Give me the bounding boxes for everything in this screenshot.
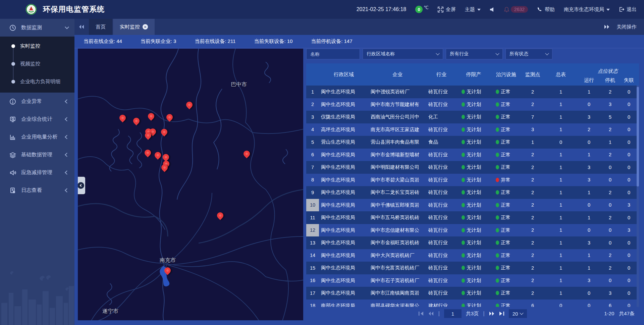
table-row[interactable]: 4高坪生态环境局南充市高坪区王家店建砖瓦行业无计划正常31220 — [306, 123, 639, 136]
table-row[interactable]: 1阆中生态环境局阆中强锐页岩砖厂砖瓦行业无计划正常21120 — [306, 86, 639, 98]
table-row[interactable]: 10阆中生态环境局阆中千佛镇五郎垭页岩砖瓦行业无计划正常21003 — [306, 199, 639, 212]
status-dot — [496, 165, 499, 169]
cell-lost: 3 — [620, 224, 638, 237]
cell-treatment: 正常 — [491, 224, 522, 237]
region-select[interactable]: 行政区域名称 — [363, 49, 443, 59]
cell-limit: 无计划 — [457, 123, 491, 136]
logout-button[interactable]: 退出 — [619, 6, 637, 13]
industry-select[interactable]: 所有行业 — [446, 49, 503, 59]
scrollbar-track[interactable] — [637, 86, 639, 307]
cell-meters: 1 — [544, 186, 578, 199]
industry-select-value: 所有行业 — [450, 51, 469, 57]
table-row[interactable]: 2阆中生态环境局阆中市南方节能建材有砖瓦行业无计划正常21030 — [306, 98, 639, 111]
prev-page-button[interactable] — [428, 311, 434, 316]
table-row[interactable]: 5营山生态环境局营山县润丰肉食品有限食品无计划正常10010 — [306, 136, 639, 149]
map-pin[interactable] — [185, 100, 194, 109]
theme-dropdown[interactable]: 主题 — [465, 6, 481, 13]
cell-treatment: 正常 — [491, 161, 522, 174]
table-row[interactable]: 11阆中生态环境局阆中市五马桥页岩机砖砖瓦行业无计划正常21120 — [306, 211, 639, 224]
sidebar-item-企业用电量分析[interactable]: 企业用电量分析 — [0, 128, 74, 146]
notifications-button[interactable]: 2632 — [504, 6, 528, 13]
tab-close-icon[interactable]: ✕ — [143, 24, 148, 30]
tabs-scroll-left-button[interactable] — [74, 24, 89, 29]
table-row[interactable]: 14阆中生态环境局阆中大兴页岩机砖厂砖瓦行业无计划正常21120 — [306, 249, 639, 262]
next-page-button[interactable] — [489, 311, 495, 316]
table-row[interactable]: 18南部生态环境局南部县砚华水泥有限公建材行业无计划正常60060 — [306, 300, 639, 307]
table-row[interactable]: 12阆中生态环境局阆中市忠信建材有限公砖瓦行业无计划正常21003 — [306, 224, 639, 237]
table-row[interactable]: 17阆中生态环境局阆中市江南镇阆南页岩砖瓦行业无计划正常21030 — [306, 287, 639, 300]
stat-item: 当前停机设备:147 — [311, 38, 352, 45]
table-row[interactable]: 13阆中生态环境局阆中市金福旺页岩机砖砖瓦行业无计划正常21300 — [306, 236, 639, 249]
scrollbar-thumb[interactable] — [637, 87, 639, 186]
sound-button[interactable] — [490, 7, 495, 12]
first-page-button[interactable] — [418, 311, 424, 316]
temperature-value: 0 — [415, 6, 423, 13]
map-pin[interactable] — [160, 127, 169, 137]
table-row[interactable]: 7阆中生态环境局阆中明阳建材有限公司砖瓦行业无计划正常21300 — [306, 161, 639, 174]
sidebar-subitem-实时监控[interactable]: 实时监控 — [0, 37, 74, 55]
cell-limit: 无计划 — [457, 149, 491, 161]
sidebar-subitem-视频监控[interactable]: 视频监控 — [0, 55, 74, 73]
sidebar-subitem-企业电力负荷明细[interactable]: 企业电力负荷明细 — [0, 73, 74, 91]
map-pin[interactable] — [163, 266, 172, 275]
table-row[interactable]: 3仪陇生态环境局西南油气田分公司川中化工无计划正常71350 — [306, 111, 639, 123]
row-index: 13 — [306, 236, 319, 249]
cell-region: 阆中生态环境局 — [319, 274, 369, 287]
fullscreen-button[interactable]: 全屏 — [438, 6, 456, 13]
sidebar-item-应急减排管理[interactable]: 应急减排管理 — [0, 164, 74, 181]
cell-meters: 1 — [544, 123, 578, 136]
status-text: 正常 — [501, 227, 511, 233]
map-pin[interactable] — [165, 113, 174, 122]
map-pin[interactable] — [242, 149, 251, 158]
table-row[interactable]: 15阆中生态环境局阆中市光富页岩机砖厂砖瓦行业无计划正常21120 — [306, 262, 639, 274]
close-operation-button[interactable]: 关闭操作 — [616, 24, 637, 30]
table-row[interactable]: 9阆中生态环境局阆中市二龙长宝页岩砖砖瓦行业无计划正常21120 — [306, 186, 639, 199]
cell-industry: 砖瓦行业 — [426, 123, 457, 136]
map-panel[interactable]: 巴中市南充市遂宁市 — [78, 49, 303, 320]
cell-stop: 0 — [600, 161, 620, 174]
cell-meters: 1 — [544, 149, 578, 161]
map-pin[interactable] — [153, 151, 162, 160]
map-pin[interactable] — [132, 116, 141, 125]
sidebar-item-基础数据管理[interactable]: 基础数据管理 — [0, 146, 74, 164]
cell-industry: 食品 — [426, 136, 457, 149]
page-size-select[interactable]: 20 — [509, 309, 527, 318]
tab-实时监控[interactable]: 实时监控✕ — [113, 19, 155, 35]
sidebar-item-数据监测[interactable]: 数据监测 — [0, 19, 74, 37]
stat-value: 147 — [344, 38, 353, 44]
cell-limit: 无计划 — [457, 300, 491, 307]
panel-collapse-button[interactable] — [78, 177, 85, 194]
cell-region: 阆中生态环境局 — [319, 224, 369, 237]
name-search-input[interactable] — [306, 49, 360, 59]
tabs-scroll-right-button[interactable] — [604, 24, 610, 29]
tab-首页[interactable]: 首页 — [89, 19, 112, 35]
map-pin[interactable] — [118, 113, 127, 122]
sidebar-item-企业综合统计[interactable]: 企业综合统计 — [0, 110, 74, 128]
map-pin[interactable] — [143, 148, 152, 157]
status-text: 无计划 — [467, 89, 481, 95]
sidebar-item-日志查看[interactable]: 日志查看 — [0, 181, 74, 199]
table-row[interactable]: 16阆中生态环境局阆中市石子页岩机砖厂砖瓦行业无计划正常21300 — [306, 274, 639, 287]
table-row[interactable]: 6阆中生态环境局阆中市金博瑞新型墙材砖瓦行业无计划正常21120 — [306, 149, 639, 161]
status-dot — [496, 190, 499, 195]
cell-limit: 无计划 — [457, 287, 491, 300]
chevron-down-icon — [606, 9, 610, 11]
cell-industry: 砖瓦行业 — [426, 249, 457, 262]
table-row[interactable]: 8阆中生态环境局阆中市枣碧大梁山页岩砖瓦行业无计划异常21300 — [306, 174, 639, 186]
sidebar-item-企业异常[interactable]: 企业异常 — [0, 93, 74, 110]
cell-points: 2 — [522, 211, 544, 224]
tab-label: 首页 — [96, 24, 106, 30]
cell-region: 阆中生态环境局 — [319, 161, 369, 174]
chevron-left-icon — [65, 170, 69, 175]
last-page-button[interactable] — [499, 311, 504, 316]
page-number-input[interactable]: 1 — [444, 309, 462, 318]
status-select[interactable]: 所有状态 — [505, 49, 552, 59]
map-pin[interactable] — [216, 211, 225, 220]
row-index: 18 — [306, 300, 319, 307]
org-dropdown[interactable]: 南充市生态环境局 — [564, 6, 610, 13]
map-pin[interactable] — [147, 112, 156, 121]
cell-points: 2 — [522, 262, 544, 274]
page-title: 环保用电监管系统 — [43, 4, 105, 14]
status-text: 无计划 — [467, 265, 481, 271]
help-button[interactable]: 帮助 — [537, 6, 555, 13]
